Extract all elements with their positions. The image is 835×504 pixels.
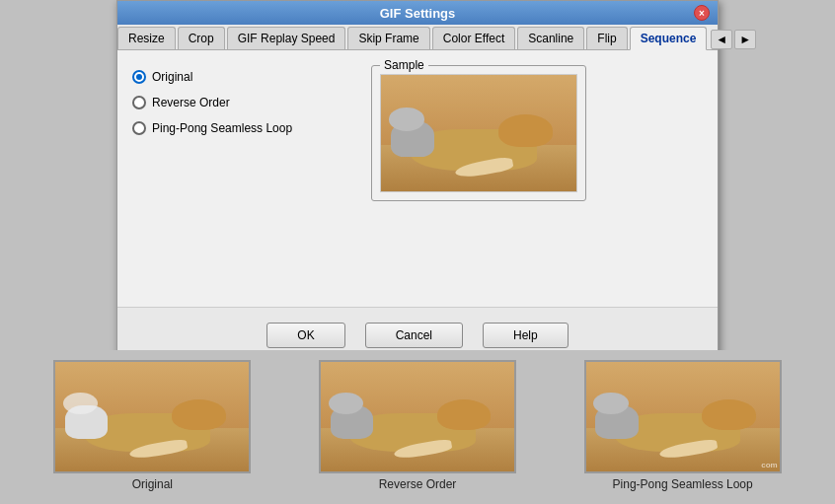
tabs-bar: Resize Crop GIF Replay Speed Skip Frame … <box>117 25 718 50</box>
preview-reverse-scene <box>321 362 514 471</box>
sample-label: Sample <box>380 58 428 72</box>
tab-gif-replay-speed[interactable]: GIF Replay Speed <box>227 27 346 49</box>
scene-bg <box>381 75 576 191</box>
option-reverse-order[interactable]: Reverse Order <box>132 96 292 109</box>
preview-original-thumbnail <box>53 360 251 473</box>
tab-skip-frame[interactable]: Skip Frame <box>347 27 429 49</box>
sample-image <box>380 74 577 192</box>
option-ping-pong[interactable]: Ping-Pong Seamless Loop <box>132 121 292 135</box>
ok-button[interactable]: OK <box>266 323 344 348</box>
option-ping-pong-label: Ping-Pong Seamless Loop <box>152 121 292 135</box>
options-area: Original Reverse Order Ping-Pong Seamles… <box>132 65 703 201</box>
preview-ping-pong: com Ping-Pong Seamless Loop <box>584 360 782 494</box>
sequence-options: Original Reverse Order Ping-Pong Seamles… <box>132 65 292 201</box>
cancel-button[interactable]: Cancel <box>365 323 463 348</box>
option-reverse-order-label: Reverse Order <box>152 96 230 109</box>
radio-reverse-order[interactable] <box>132 96 146 109</box>
close-button[interactable]: × <box>694 5 710 21</box>
tab-prev-button[interactable]: ◄ <box>711 30 732 49</box>
tab-scanline[interactable]: Scanline <box>517 27 584 49</box>
preview-cat-head-3 <box>593 393 628 414</box>
dog-head <box>498 114 553 147</box>
dialog-window: GIF Settings × Resize Crop GIF Replay Sp… <box>116 0 719 364</box>
watermark-3: com <box>761 461 777 469</box>
tab-next-button[interactable]: ► <box>734 30 756 49</box>
preview-ping-pong-scene: com <box>586 362 780 471</box>
preview-dog-head-1 <box>172 399 226 430</box>
title-bar: GIF Settings × <box>117 1 718 25</box>
preview-reverse-label: Reverse Order <box>379 477 457 491</box>
option-original-label: Original <box>152 70 192 84</box>
option-original[interactable]: Original <box>132 70 292 84</box>
help-button[interactable]: Help <box>483 323 569 348</box>
dialog-title: GIF Settings <box>141 6 694 21</box>
preview-reverse-thumbnail <box>319 360 516 473</box>
preview-dog-head-3 <box>702 399 756 430</box>
preview-original: Original <box>53 360 251 494</box>
radio-ping-pong[interactable] <box>132 121 146 135</box>
preview-reverse-order: Reverse Order <box>319 360 516 494</box>
tab-resize[interactable]: Resize <box>117 27 176 49</box>
tab-sequence[interactable]: Sequence <box>630 27 708 50</box>
preview-ping-pong-label: Ping-Pong Seamless Loop <box>613 477 753 491</box>
preview-ping-pong-thumbnail: com <box>584 360 782 473</box>
preview-original-label: Original <box>132 477 173 491</box>
preview-original-scene <box>55 362 249 471</box>
sample-box: Sample <box>371 65 586 201</box>
preview-area: Original Reverse Order com <box>0 350 835 504</box>
tab-color-effect[interactable]: Color Effect <box>432 27 515 49</box>
tab-flip[interactable]: Flip <box>586 27 627 49</box>
dialog-content: Original Reverse Order Ping-Pong Seamles… <box>117 50 718 307</box>
preview-dog-head-2 <box>437 399 492 430</box>
radio-original[interactable] <box>132 70 146 84</box>
tab-crop[interactable]: Crop <box>178 27 225 49</box>
cat-head <box>389 108 424 131</box>
